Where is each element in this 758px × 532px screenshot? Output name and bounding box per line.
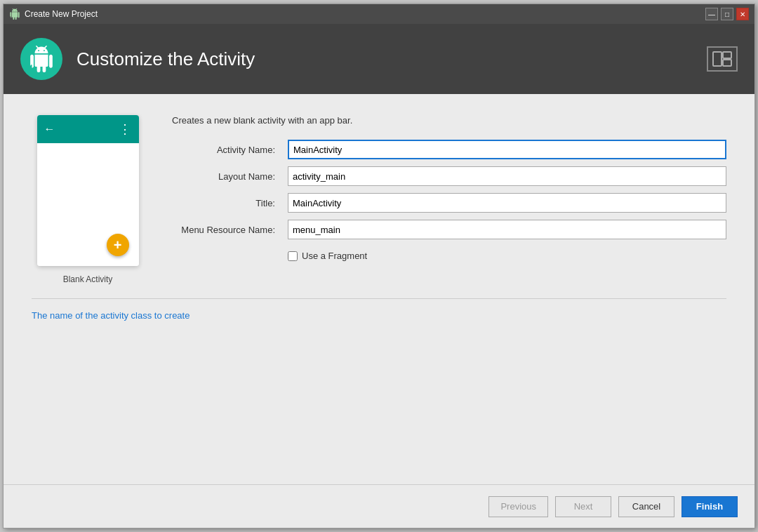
svg-rect-1 bbox=[723, 52, 731, 58]
use-fragment-row: Use a Fragment bbox=[288, 251, 726, 261]
app-icon bbox=[9, 8, 20, 20]
layout-icon bbox=[712, 51, 732, 67]
phone-body: + bbox=[37, 143, 139, 266]
cancel-button[interactable]: Cancel bbox=[618, 496, 674, 517]
main-window: Create New Project — □ ✕ Customize the A… bbox=[3, 4, 755, 528]
right-panel: Creates a new blank activity with an app… bbox=[172, 115, 726, 284]
previous-button[interactable]: Previous bbox=[488, 496, 548, 517]
minimize-button[interactable]: — bbox=[705, 8, 718, 20]
close-button[interactable]: ✕ bbox=[736, 8, 749, 20]
spacer bbox=[4, 332, 754, 484]
main-content: ← ⋮ + Blank Activity Creates a new blank… bbox=[4, 94, 754, 528]
info-text: The name of the activity class to create bbox=[32, 310, 190, 321]
preview-label: Blank Activity bbox=[63, 274, 113, 284]
title-input[interactable] bbox=[288, 193, 726, 213]
layout-icon-button[interactable] bbox=[707, 46, 738, 72]
form-description: Creates a new blank activity with an app… bbox=[172, 115, 726, 126]
fab-button: + bbox=[107, 234, 129, 256]
finish-button[interactable]: Finish bbox=[681, 496, 738, 517]
title-bar-text: Create New Project bbox=[25, 9, 705, 19]
menu-resource-name-input[interactable] bbox=[288, 220, 726, 239]
next-button[interactable]: Next bbox=[555, 496, 611, 517]
title-bar: Create New Project — □ ✕ bbox=[4, 4, 754, 24]
title-label: Title: bbox=[172, 198, 281, 208]
left-panel: ← ⋮ + Blank Activity bbox=[32, 115, 144, 284]
form-grid: Activity Name: Layout Name: Title: Menu … bbox=[172, 140, 726, 261]
page-title: Customize the Activity bbox=[77, 48, 693, 70]
info-area: The name of the activity class to create bbox=[4, 299, 754, 332]
header-logo bbox=[20, 38, 62, 80]
activity-name-input[interactable] bbox=[288, 140, 726, 159]
title-bar-controls: — □ ✕ bbox=[705, 8, 749, 20]
phone-preview: ← ⋮ + bbox=[37, 115, 139, 266]
more-options-icon: ⋮ bbox=[119, 121, 132, 137]
back-arrow-icon: ← bbox=[44, 123, 55, 135]
footer: Previous Next Cancel Finish bbox=[4, 484, 754, 528]
maximize-button[interactable]: □ bbox=[721, 8, 733, 20]
svg-rect-2 bbox=[723, 60, 731, 66]
content-area: ← ⋮ + Blank Activity Creates a new blank… bbox=[4, 94, 754, 298]
layout-name-label: Layout Name: bbox=[172, 171, 281, 182]
android-logo-icon bbox=[28, 46, 55, 72]
svg-rect-0 bbox=[713, 52, 722, 66]
layout-name-input[interactable] bbox=[288, 166, 726, 186]
header: Customize the Activity bbox=[4, 24, 754, 94]
menu-resource-name-label: Menu Resource Name: bbox=[172, 225, 281, 235]
activity-name-label: Activity Name: bbox=[172, 145, 281, 155]
use-fragment-label[interactable]: Use a Fragment bbox=[302, 251, 367, 261]
use-fragment-checkbox[interactable] bbox=[288, 251, 298, 261]
phone-toolbar: ← ⋮ bbox=[37, 115, 139, 143]
